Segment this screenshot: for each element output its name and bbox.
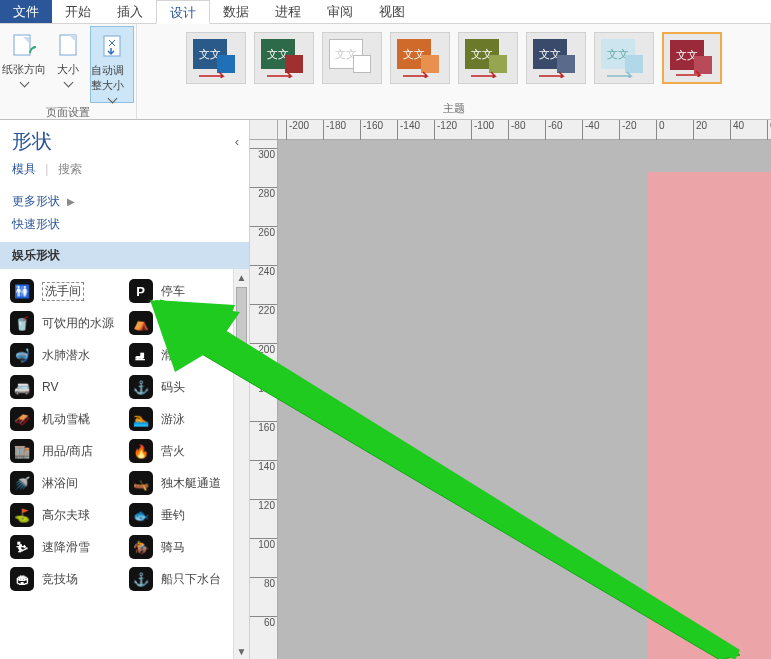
ruler-h-tick: -140	[397, 120, 420, 140]
ruler-h-tick: 0	[656, 120, 665, 140]
ruler-v-tick: 200	[250, 343, 277, 355]
ruler-v-tick: 100	[250, 538, 277, 550]
more-shapes-link[interactable]: 更多形状 ▶	[12, 190, 237, 213]
ruler-h-tick: 40	[730, 120, 744, 140]
shape-item-label: 船只下水台	[161, 571, 221, 588]
ruler-h-tick: -60	[545, 120, 562, 140]
theme-swatch-5[interactable]: 文文	[458, 32, 518, 84]
tab-review[interactable]: 审阅	[314, 0, 366, 23]
tab-stencils[interactable]: 模具	[12, 162, 36, 176]
shape-item-swim[interactable]: 🏊游泳	[127, 403, 246, 435]
tab-search[interactable]: 搜索	[58, 162, 82, 176]
tab-separator: |	[45, 162, 48, 176]
autosize-button[interactable]: 自动调整大小	[90, 26, 134, 103]
shapes-scrollbar[interactable]: ▲ ▼	[233, 269, 249, 659]
collapse-panel-button[interactable]: ‹	[235, 134, 239, 149]
shape-item-label: 滑冰	[161, 347, 185, 364]
themes-gallery[interactable]: 文文 文文 文文 文文 文文	[178, 26, 730, 99]
canvas-page[interactable]	[648, 172, 771, 659]
ruler-v-tick: 60	[250, 616, 277, 628]
theme-arrow-icon	[401, 70, 431, 78]
shape-item-label: 速降滑雪	[42, 539, 90, 556]
shape-item-label: 洗手间	[42, 282, 84, 301]
shape-item-diver[interactable]: 🤿水肺潜水	[8, 339, 127, 371]
ribbon-body: 纸张方向 大小 自动调整大小 页面设置 文文	[0, 24, 771, 120]
shape-item-store[interactable]: 🏬用品/商店	[8, 435, 127, 467]
ruler-h-tick: -80	[508, 120, 525, 140]
size-button[interactable]: 大小	[46, 26, 90, 86]
shape-item-anchor[interactable]: ⚓码头	[127, 371, 246, 403]
ruler-h-tick: -20	[619, 120, 636, 140]
shape-item-arena[interactable]: 🏟竞技场	[8, 563, 127, 595]
shape-item-dock[interactable]: ⚓船只下水台	[127, 563, 246, 595]
shape-item-label: 垂钓	[161, 507, 185, 524]
ruler-v-tick: 180	[250, 382, 277, 394]
cup-icon: 🥤	[10, 311, 34, 335]
shape-item-fish[interactable]: 🐟垂钓	[127, 499, 246, 531]
ski-icon: ⛷	[10, 535, 34, 559]
shape-item-label: 独木艇通道	[161, 475, 221, 492]
theme-arrow-icon	[674, 69, 704, 77]
shape-item-canoe[interactable]: 🛶独木艇通道	[127, 467, 246, 499]
shape-item-golf[interactable]: ⛳高尔夫球	[8, 499, 127, 531]
tab-file[interactable]: 文件	[0, 0, 52, 23]
scroll-down-icon[interactable]: ▼	[234, 643, 249, 659]
shape-item-tent[interactable]: ⛺野营	[127, 307, 246, 339]
shape-item-snowmobile[interactable]: 🛷机动雪橇	[8, 403, 127, 435]
more-shapes-label: 更多形状	[12, 194, 60, 208]
shape-item-rv[interactable]: 🚐RV	[8, 371, 127, 403]
main-area: 形状 ‹ 模具 | 搜索 更多形状 ▶ 快速形状 娱乐形状 🚻洗手间P停车🥤可饮…	[0, 120, 771, 659]
canoe-icon: 🛶	[129, 471, 153, 495]
shape-item-label: 可饮用的水源	[42, 315, 114, 332]
size-icon	[52, 30, 84, 62]
shape-item-cup[interactable]: 🥤可饮用的水源	[8, 307, 127, 339]
scroll-thumb[interactable]	[236, 287, 247, 357]
shape-item-label: 营火	[161, 443, 185, 460]
group-page-setup: 纸张方向 大小 自动调整大小 页面设置	[0, 24, 137, 119]
shape-item-label: 机动雪橇	[42, 411, 90, 428]
ruler-horizontal: -200-180-160-140-120-100-80-60-40-200204…	[278, 120, 771, 140]
theme-swatch-1[interactable]: 文文	[186, 32, 246, 84]
shape-item-P[interactable]: P停车	[127, 275, 246, 307]
ruler-corner	[250, 120, 278, 140]
theme-swatch-6[interactable]: 文文	[526, 32, 586, 84]
autosize-label: 自动调整大小	[91, 63, 133, 93]
tab-design[interactable]: 设计	[156, 0, 210, 24]
tab-insert[interactable]: 插入	[104, 0, 156, 23]
shape-item-shower[interactable]: 🚿淋浴间	[8, 467, 127, 499]
diver-icon: 🤿	[10, 343, 34, 367]
theme-swatch-7[interactable]: 文文	[594, 32, 654, 84]
theme-swatch-8[interactable]: 文文	[662, 32, 722, 84]
ruler-h-tick: -120	[434, 120, 457, 140]
ribbon-tabs: 文件 开始 插入 设计 数据 进程 审阅 视图	[0, 0, 771, 24]
ruler-v-tick: 280	[250, 187, 277, 199]
tab-home[interactable]: 开始	[52, 0, 104, 23]
ruler-h-tick: -40	[582, 120, 599, 140]
orientation-button[interactable]: 纸张方向	[2, 26, 46, 86]
theme-arrow-icon	[265, 70, 295, 78]
scroll-up-icon[interactable]: ▲	[234, 269, 249, 285]
theme-arrow-icon	[197, 70, 227, 78]
shape-item-label: 停车	[161, 283, 185, 300]
ruler-h-tick: -100	[471, 120, 494, 140]
theme-swatch-3[interactable]: 文文	[322, 32, 382, 84]
shape-item-ski[interactable]: ⛷速降滑雪	[8, 531, 127, 563]
theme-swatch-2[interactable]: 文文	[254, 32, 314, 84]
tab-view[interactable]: 视图	[366, 0, 418, 23]
tab-process[interactable]: 进程	[262, 0, 314, 23]
quick-shapes-link[interactable]: 快速形状	[12, 213, 237, 236]
category-header[interactable]: 娱乐形状	[0, 242, 249, 269]
shape-item-horse[interactable]: 🏇骑马	[127, 531, 246, 563]
shape-item-label: 骑马	[161, 539, 185, 556]
tab-data[interactable]: 数据	[210, 0, 262, 23]
ruler-v-tick: 120	[250, 499, 277, 511]
theme-swatch-4[interactable]: 文文	[390, 32, 450, 84]
chevron-right-icon: ▶	[67, 196, 75, 207]
ruler-v-tick: 260	[250, 226, 277, 238]
canvas[interactable]: -200-180-160-140-120-100-80-60-40-200204…	[250, 120, 771, 659]
shape-item-label: 淋浴间	[42, 475, 78, 492]
store-icon: 🏬	[10, 439, 34, 463]
shape-item-skate[interactable]: ⛸滑冰	[127, 339, 246, 371]
shape-item-restroom[interactable]: 🚻洗手间	[8, 275, 127, 307]
shape-item-fire[interactable]: 🔥营火	[127, 435, 246, 467]
